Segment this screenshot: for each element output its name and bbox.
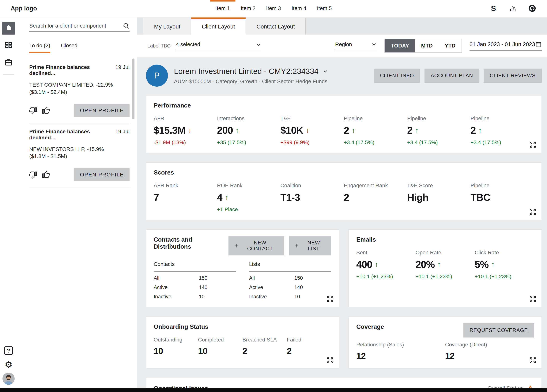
plus-icon bbox=[234, 243, 239, 248]
help-button[interactable]: ? bbox=[2, 344, 15, 357]
search-field bbox=[29, 22, 130, 32]
thumbs-down-button[interactable] bbox=[29, 107, 37, 114]
metric-afr: AFR $15.3M↓ -$1.9M (13%) bbox=[154, 116, 217, 145]
search-icon[interactable] bbox=[123, 22, 130, 29]
trend-up-icon: ↑ bbox=[415, 126, 419, 134]
metric-failed: Failed 2 bbox=[287, 337, 331, 356]
tab-todo[interactable]: To do (2) bbox=[29, 42, 50, 53]
new-list-button[interactable]: NEW LIST bbox=[289, 236, 331, 255]
thumbs-down-icon bbox=[29, 171, 37, 179]
coverage-card: Coverage REQUEST COVERAGE Relationship (… bbox=[349, 316, 542, 368]
expand-icon bbox=[326, 295, 334, 303]
trend-up-icon: ↑ bbox=[225, 193, 228, 201]
chevron-down-icon bbox=[371, 41, 377, 47]
expand-button[interactable] bbox=[529, 357, 537, 364]
nav-item-2[interactable]: Item 2 bbox=[235, 0, 261, 17]
thumbs-up-button[interactable] bbox=[42, 171, 50, 179]
chevron-down-icon bbox=[256, 41, 261, 47]
nav-item-1[interactable]: Item 1 bbox=[210, 0, 235, 17]
client-header: P Lorem Investment Limted - CMY2:234334 … bbox=[146, 65, 542, 87]
calendar-icon bbox=[535, 41, 542, 48]
grid-icon bbox=[5, 41, 13, 49]
thumbs-up-button[interactable] bbox=[42, 107, 50, 114]
skype-icon[interactable]: S bbox=[489, 4, 498, 13]
expand-button[interactable] bbox=[529, 208, 537, 216]
thumbs-down-icon bbox=[29, 107, 37, 114]
layout-tab-bar: My Layout Client Layout Contact Layout bbox=[137, 17, 547, 34]
expand-button[interactable] bbox=[529, 295, 537, 303]
sidebar-scrollbar[interactable] bbox=[132, 58, 135, 119]
metric-engagement-rank: Engagement Rank 2 bbox=[344, 183, 407, 213]
period-today[interactable]: TODAY bbox=[385, 39, 415, 52]
tab-my-layout[interactable]: My Layout bbox=[143, 17, 191, 34]
trend-up-icon: ↑ bbox=[479, 126, 482, 134]
notification-title: Prime Finance balances declined... bbox=[29, 64, 105, 76]
bell-icon bbox=[5, 24, 12, 32]
scores-card: Scores AFR Rank 7 ROE Rank 4↑ +1 Place C… bbox=[146, 162, 542, 220]
top-bar-icons: S bbox=[489, 0, 536, 17]
card-title: Performance bbox=[154, 102, 534, 109]
period-mtd[interactable]: MTD bbox=[415, 39, 439, 52]
expand-icon bbox=[529, 357, 537, 364]
client-subtitle: AUM: $15000M - Category: Growth - Client… bbox=[174, 78, 328, 84]
plus-icon bbox=[294, 243, 299, 248]
metric-te-score: T&E Score High bbox=[407, 183, 471, 213]
card-title: Onboarding Status bbox=[154, 323, 331, 330]
date-range-picker[interactable]: 01 Jan 2023 - 01 Jun 2023 bbox=[470, 41, 542, 50]
notification-body: TEST COMPANY LIMITED, -22.9% ($3.1M - $2… bbox=[29, 81, 118, 96]
tab-contact-layout[interactable]: Contact Layout bbox=[246, 17, 306, 34]
expand-button[interactable] bbox=[529, 141, 537, 149]
thumbs-down-button[interactable] bbox=[29, 171, 37, 179]
card-title: Coverage bbox=[356, 323, 384, 330]
expand-button[interactable] bbox=[326, 357, 334, 364]
lists-table: Lists All150 Active140 Inactive10 bbox=[249, 261, 331, 300]
account-plan-button[interactable]: ACCOUNT PLAN bbox=[424, 69, 479, 83]
metric-sent: Sent 400↑ +10.1 (+1.23%) bbox=[356, 250, 416, 280]
client-info-button[interactable]: CLIENT INFO bbox=[374, 69, 420, 83]
new-contact-button[interactable]: NEW CONTACT bbox=[228, 236, 284, 255]
stack-overflow-icon[interactable] bbox=[509, 4, 517, 13]
nav-item-4[interactable]: Item 4 bbox=[286, 0, 312, 17]
label-multiselect[interactable]: 4 selected bbox=[176, 41, 261, 50]
emails-card: Emails Sent 400↑ +10.1 (+1.23%) Open Rat… bbox=[349, 229, 542, 307]
search-input[interactable] bbox=[29, 23, 123, 29]
table-row: Inactive10 bbox=[154, 294, 236, 300]
expand-icon bbox=[529, 295, 537, 303]
open-profile-button[interactable]: OPEN PROFILE bbox=[74, 168, 130, 181]
notification-date: 19 Jul bbox=[115, 64, 130, 70]
tab-closed[interactable]: Closed bbox=[61, 42, 77, 53]
metric-interactions: Interactions 200↑ +35 (17.5%) bbox=[217, 116, 280, 145]
nav-item-5[interactable]: Item 5 bbox=[312, 0, 337, 17]
open-profile-button[interactable]: OPEN PROFILE bbox=[74, 104, 130, 117]
nav-item-3[interactable]: Item 3 bbox=[261, 0, 286, 17]
request-coverage-button[interactable]: REQUEST COVERAGE bbox=[464, 323, 534, 337]
tab-client-layout[interactable]: Client Layout bbox=[191, 17, 246, 34]
notification-date: 19 Jul bbox=[115, 129, 130, 135]
settings-button[interactable]: ⚙ bbox=[2, 358, 15, 371]
github-icon[interactable] bbox=[528, 4, 536, 13]
sidebar-tabs: To do (2) Closed bbox=[29, 42, 130, 53]
expand-button[interactable] bbox=[326, 295, 334, 303]
user-avatar[interactable] bbox=[2, 372, 15, 385]
notifications-rail-button[interactable] bbox=[2, 22, 15, 34]
metric-afr-rank: AFR Rank 7 bbox=[154, 183, 217, 213]
card-title: Contacts and Distributions bbox=[154, 236, 228, 250]
warning-triangle-icon bbox=[527, 385, 534, 388]
metric-relationship-sales: Relationship (Sales) 12 bbox=[356, 342, 445, 361]
filter-label: Label TBC bbox=[147, 43, 171, 49]
contacts-table: Contacts All150 Active140 Inactive10 bbox=[154, 261, 236, 300]
trend-up-icon: ↑ bbox=[235, 126, 239, 134]
region-select[interactable]: Region bbox=[335, 41, 377, 50]
notification-list: Prime Finance balances declined... 19 Ju… bbox=[29, 60, 130, 188]
table-row: Active140 bbox=[154, 284, 236, 290]
trend-down-icon: ↓ bbox=[306, 126, 309, 134]
notification-title: Prime Finance balances declined... bbox=[29, 129, 105, 141]
metric-completed: Completed 10 bbox=[198, 337, 243, 356]
client-selector-chevron-icon[interactable] bbox=[322, 68, 328, 74]
onboarding-status-card: Onboarding Status Outstanding 10 Complet… bbox=[146, 316, 339, 368]
metric-pipeline: Pipeline 2↑ +3.4 (17.5%) bbox=[471, 116, 534, 145]
apps-rail-button[interactable] bbox=[2, 39, 15, 52]
client-reviews-button[interactable]: CLIENT REVIEWS bbox=[484, 69, 542, 83]
period-ytd[interactable]: YTD bbox=[439, 39, 462, 52]
portfolio-rail-button[interactable] bbox=[2, 56, 15, 69]
